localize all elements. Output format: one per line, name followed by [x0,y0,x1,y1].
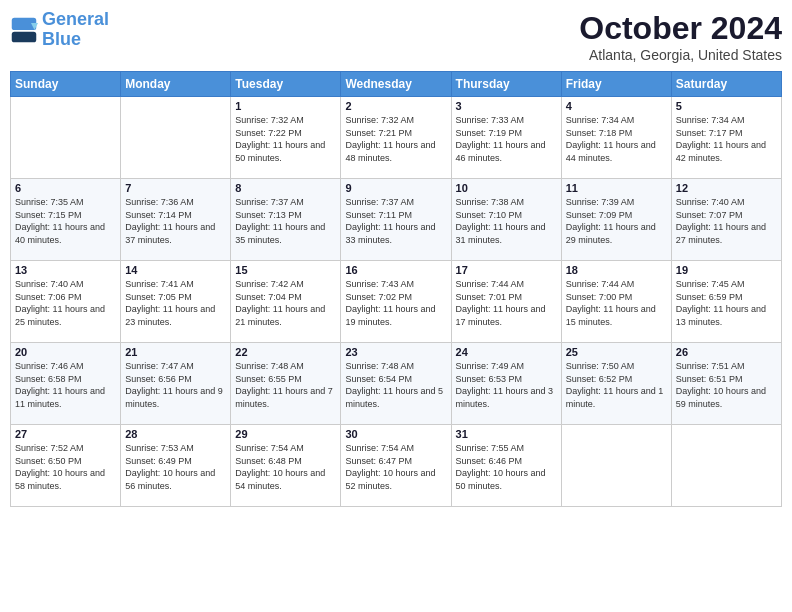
day-number: 1 [235,100,336,112]
day-info: Sunrise: 7:40 AMSunset: 7:06 PMDaylight:… [15,278,116,328]
calendar-cell: 16Sunrise: 7:43 AMSunset: 7:02 PMDayligh… [341,261,451,343]
logo-line1: General [42,9,109,29]
calendar-cell: 10Sunrise: 7:38 AMSunset: 7:10 PMDayligh… [451,179,561,261]
day-number: 11 [566,182,667,194]
calendar-cell: 21Sunrise: 7:47 AMSunset: 6:56 PMDayligh… [121,343,231,425]
day-info: Sunrise: 7:32 AMSunset: 7:21 PMDaylight:… [345,114,446,164]
calendar-header-friday: Friday [561,72,671,97]
day-number: 27 [15,428,116,440]
day-number: 5 [676,100,777,112]
calendar-week-5: 27Sunrise: 7:52 AMSunset: 6:50 PMDayligh… [11,425,782,507]
svg-rect-1 [12,32,37,43]
day-number: 3 [456,100,557,112]
day-number: 9 [345,182,446,194]
day-number: 22 [235,346,336,358]
day-number: 29 [235,428,336,440]
day-number: 26 [676,346,777,358]
calendar-cell: 9Sunrise: 7:37 AMSunset: 7:11 PMDaylight… [341,179,451,261]
calendar-cell: 27Sunrise: 7:52 AMSunset: 6:50 PMDayligh… [11,425,121,507]
day-number: 20 [15,346,116,358]
day-number: 21 [125,346,226,358]
calendar-cell: 31Sunrise: 7:55 AMSunset: 6:46 PMDayligh… [451,425,561,507]
day-info: Sunrise: 7:34 AMSunset: 7:18 PMDaylight:… [566,114,667,164]
calendar-cell: 20Sunrise: 7:46 AMSunset: 6:58 PMDayligh… [11,343,121,425]
logo-text: General Blue [42,10,109,50]
calendar-cell: 17Sunrise: 7:44 AMSunset: 7:01 PMDayligh… [451,261,561,343]
calendar-cell [11,97,121,179]
day-info: Sunrise: 7:52 AMSunset: 6:50 PMDaylight:… [15,442,116,492]
calendar-header-wednesday: Wednesday [341,72,451,97]
calendar-header-saturday: Saturday [671,72,781,97]
day-info: Sunrise: 7:41 AMSunset: 7:05 PMDaylight:… [125,278,226,328]
calendar-cell: 26Sunrise: 7:51 AMSunset: 6:51 PMDayligh… [671,343,781,425]
calendar-cell [121,97,231,179]
calendar-header-monday: Monday [121,72,231,97]
calendar-cell: 7Sunrise: 7:36 AMSunset: 7:14 PMDaylight… [121,179,231,261]
day-number: 31 [456,428,557,440]
day-info: Sunrise: 7:49 AMSunset: 6:53 PMDaylight:… [456,360,557,410]
calendar-cell: 11Sunrise: 7:39 AMSunset: 7:09 PMDayligh… [561,179,671,261]
calendar-cell: 19Sunrise: 7:45 AMSunset: 6:59 PMDayligh… [671,261,781,343]
calendar: SundayMondayTuesdayWednesdayThursdayFrid… [10,71,782,507]
calendar-cell: 30Sunrise: 7:54 AMSunset: 6:47 PMDayligh… [341,425,451,507]
calendar-cell: 25Sunrise: 7:50 AMSunset: 6:52 PMDayligh… [561,343,671,425]
calendar-cell: 13Sunrise: 7:40 AMSunset: 7:06 PMDayligh… [11,261,121,343]
day-info: Sunrise: 7:43 AMSunset: 7:02 PMDaylight:… [345,278,446,328]
month-title: October 2024 [579,10,782,47]
calendar-cell: 5Sunrise: 7:34 AMSunset: 7:17 PMDaylight… [671,97,781,179]
calendar-week-1: 1Sunrise: 7:32 AMSunset: 7:22 PMDaylight… [11,97,782,179]
day-number: 6 [15,182,116,194]
day-number: 16 [345,264,446,276]
day-number: 8 [235,182,336,194]
page: General Blue October 2024 Atlanta, Georg… [0,0,792,612]
calendar-week-3: 13Sunrise: 7:40 AMSunset: 7:06 PMDayligh… [11,261,782,343]
logo: General Blue [10,10,109,50]
day-info: Sunrise: 7:51 AMSunset: 6:51 PMDaylight:… [676,360,777,410]
calendar-cell: 18Sunrise: 7:44 AMSunset: 7:00 PMDayligh… [561,261,671,343]
day-info: Sunrise: 7:34 AMSunset: 7:17 PMDaylight:… [676,114,777,164]
calendar-cell [671,425,781,507]
day-number: 30 [345,428,446,440]
day-info: Sunrise: 7:54 AMSunset: 6:47 PMDaylight:… [345,442,446,492]
day-info: Sunrise: 7:38 AMSunset: 7:10 PMDaylight:… [456,196,557,246]
calendar-header-thursday: Thursday [451,72,561,97]
calendar-cell: 3Sunrise: 7:33 AMSunset: 7:19 PMDaylight… [451,97,561,179]
day-info: Sunrise: 7:50 AMSunset: 6:52 PMDaylight:… [566,360,667,410]
calendar-cell: 12Sunrise: 7:40 AMSunset: 7:07 PMDayligh… [671,179,781,261]
calendar-header-row: SundayMondayTuesdayWednesdayThursdayFrid… [11,72,782,97]
day-number: 14 [125,264,226,276]
calendar-cell: 22Sunrise: 7:48 AMSunset: 6:55 PMDayligh… [231,343,341,425]
day-number: 25 [566,346,667,358]
calendar-week-2: 6Sunrise: 7:35 AMSunset: 7:15 PMDaylight… [11,179,782,261]
title-section: October 2024 Atlanta, Georgia, United St… [579,10,782,63]
day-info: Sunrise: 7:48 AMSunset: 6:55 PMDaylight:… [235,360,336,410]
day-info: Sunrise: 7:36 AMSunset: 7:14 PMDaylight:… [125,196,226,246]
day-info: Sunrise: 7:44 AMSunset: 7:00 PMDaylight:… [566,278,667,328]
day-info: Sunrise: 7:54 AMSunset: 6:48 PMDaylight:… [235,442,336,492]
day-info: Sunrise: 7:32 AMSunset: 7:22 PMDaylight:… [235,114,336,164]
day-number: 10 [456,182,557,194]
day-number: 13 [15,264,116,276]
day-number: 15 [235,264,336,276]
day-info: Sunrise: 7:55 AMSunset: 6:46 PMDaylight:… [456,442,557,492]
calendar-week-4: 20Sunrise: 7:46 AMSunset: 6:58 PMDayligh… [11,343,782,425]
calendar-cell: 14Sunrise: 7:41 AMSunset: 7:05 PMDayligh… [121,261,231,343]
header: General Blue October 2024 Atlanta, Georg… [10,10,782,63]
calendar-cell: 1Sunrise: 7:32 AMSunset: 7:22 PMDaylight… [231,97,341,179]
day-number: 2 [345,100,446,112]
day-info: Sunrise: 7:37 AMSunset: 7:11 PMDaylight:… [345,196,446,246]
day-info: Sunrise: 7:53 AMSunset: 6:49 PMDaylight:… [125,442,226,492]
calendar-cell: 23Sunrise: 7:48 AMSunset: 6:54 PMDayligh… [341,343,451,425]
day-number: 17 [456,264,557,276]
calendar-cell [561,425,671,507]
day-number: 7 [125,182,226,194]
day-info: Sunrise: 7:45 AMSunset: 6:59 PMDaylight:… [676,278,777,328]
day-number: 23 [345,346,446,358]
day-info: Sunrise: 7:37 AMSunset: 7:13 PMDaylight:… [235,196,336,246]
day-info: Sunrise: 7:40 AMSunset: 7:07 PMDaylight:… [676,196,777,246]
day-info: Sunrise: 7:33 AMSunset: 7:19 PMDaylight:… [456,114,557,164]
logo-line2: Blue [42,29,81,49]
day-info: Sunrise: 7:46 AMSunset: 6:58 PMDaylight:… [15,360,116,410]
calendar-cell: 6Sunrise: 7:35 AMSunset: 7:15 PMDaylight… [11,179,121,261]
day-number: 28 [125,428,226,440]
